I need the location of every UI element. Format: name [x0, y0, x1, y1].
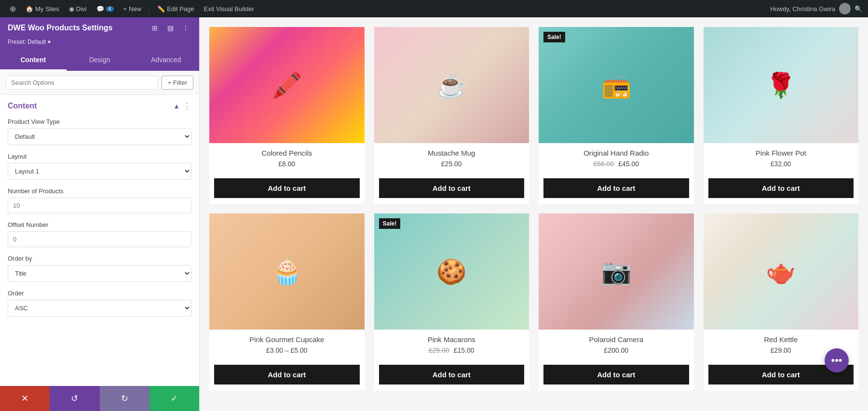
product-name: Colored Pencils [214, 149, 360, 157]
dots-icon: ••• [831, 354, 842, 367]
save-button[interactable]: ✓ [149, 386, 199, 411]
divi-item[interactable]: ◉ Divi [65, 0, 91, 17]
section-menu-icon[interactable]: ⋮ [183, 101, 191, 111]
original-price: £25.00 [429, 346, 449, 354]
sale-badge: Sale! [379, 218, 401, 229]
exit-builder-item[interactable]: Exit Visual Builder [200, 0, 258, 17]
order-by-label: Order by [8, 255, 191, 262]
product-price: £25.00 [379, 160, 525, 168]
pencil-icon: ✏️ [157, 5, 165, 13]
product-image-wrapper [209, 27, 365, 143]
layout-icon[interactable]: ▤ [164, 22, 176, 34]
edit-page-item[interactable]: ✏️ Edit Page [153, 0, 198, 17]
undo-button[interactable]: ↺ [50, 386, 99, 411]
product-price: £32.00 [708, 160, 854, 168]
order-select[interactable]: ASC DESC [8, 300, 191, 317]
dots-icon[interactable]: ⋮ [180, 22, 191, 34]
product-info: Pink Flower Pot £32.00 [704, 143, 859, 178]
product-info: Mustache Mug £25.00 [374, 143, 529, 178]
product-view-type-label: Product View Type [8, 118, 191, 125]
product-card: Pink Flower Pot £32.00 Add to cart [704, 27, 859, 204]
order-label: Order [8, 290, 191, 297]
search-input[interactable] [6, 76, 158, 90]
tab-advanced[interactable]: Advanced [133, 50, 199, 71]
product-image-wrapper [539, 213, 694, 330]
product-name: Pink Gourmet Cupcake [214, 335, 360, 344]
cancel-button[interactable]: ✕ [0, 386, 50, 411]
product-view-type-select[interactable]: Default Grid List [8, 128, 191, 145]
admin-bar-right: Howdy, Christina Gwira 🔍 [770, 3, 862, 14]
product-price: £25.00 £15.00 [379, 346, 525, 354]
layout-field: Layout Layout 1 Layout 2 Layout 3 [8, 153, 191, 180]
fab-button[interactable]: ••• [825, 348, 849, 372]
product-name: Polaroid Camera [543, 335, 689, 344]
grid-icon[interactable]: ⊞ [149, 22, 161, 34]
section-header: Content ▲ ⋮ [8, 101, 191, 111]
tab-content[interactable]: Content [0, 50, 67, 71]
section-title: Content [8, 102, 37, 110]
new-item[interactable]: + New [120, 0, 146, 17]
product-card: Mustache Mug £25.00 Add to cart [374, 27, 529, 204]
search-bar: + Filter [0, 71, 199, 95]
tabs: Content Design Advanced [0, 50, 199, 71]
number-of-products-input[interactable] [8, 198, 191, 213]
search-icon[interactable]: 🔍 [854, 5, 862, 13]
offset-number-field: Offset Number [8, 221, 191, 247]
product-image [209, 213, 365, 330]
product-price: £56.00 £45.00 [543, 160, 689, 168]
add-to-cart-button[interactable]: Add to cart [379, 365, 525, 384]
order-by-field: Order by Title Date Price Rating [8, 255, 191, 282]
product-card: Sale! Pink Macarons £25.00 £15.00 Add to… [374, 213, 529, 390]
offset-number-input[interactable] [8, 231, 191, 247]
wp-icon: ⊕ [10, 4, 16, 13]
product-image [704, 213, 859, 330]
sale-price: £15.00 [454, 346, 475, 354]
add-to-cart-button[interactable]: Add to cart [708, 178, 854, 198]
preset-bar[interactable]: Preset: Default ▾ [0, 39, 199, 50]
product-card: Polaroid Camera £200.00 Add to cart [539, 213, 694, 390]
add-to-cart-button[interactable]: Add to cart [214, 178, 360, 198]
add-to-cart-button[interactable]: Add to cart [543, 365, 689, 384]
my-sites-item[interactable]: 🏠 My Sites [22, 0, 63, 17]
filter-button[interactable]: + Filter [162, 76, 193, 90]
product-info: Colored Pencils £8.00 [209, 143, 365, 178]
preset-label: Preset: Default [8, 39, 46, 45]
product-image-wrapper [704, 213, 859, 330]
product-name: Original Hand Radio [543, 149, 689, 157]
layout-select[interactable]: Layout 1 Layout 2 Layout 3 [8, 163, 191, 180]
product-image [374, 27, 529, 143]
sale-price: £45.00 [618, 160, 639, 168]
product-card: Sale! Original Hand Radio £56.00 £45.00 … [539, 27, 694, 204]
chevron-up-icon[interactable]: ▲ [173, 102, 180, 110]
add-to-cart-button[interactable]: Add to cart [543, 178, 689, 198]
divi-icon: ◉ [69, 5, 74, 13]
product-price: £200.00 [543, 346, 689, 354]
product-image [209, 27, 365, 143]
layout-label: Layout [8, 153, 191, 160]
product-price: £8.00 [214, 160, 360, 168]
number-of-products-field: Number of Products [8, 187, 191, 213]
original-price: £56.00 [593, 160, 614, 168]
product-view-type-field: Product View Type Default Grid List [8, 118, 191, 145]
order-by-select[interactable]: Title Date Price Rating [8, 265, 191, 282]
main-layout: DWE Woo Products Settings ⊞ ▤ ⋮ Preset: … [0, 17, 868, 411]
product-image-wrapper: Sale! [374, 213, 529, 330]
speech-bubble-icon: 💬 [96, 5, 104, 13]
product-image-wrapper [209, 213, 365, 330]
offset-number-label: Offset Number [8, 221, 191, 228]
add-to-cart-button[interactable]: Add to cart [214, 365, 360, 384]
tab-design[interactable]: Design [67, 50, 133, 71]
action-bar: ✕ ↺ ↻ ✓ [0, 386, 199, 411]
comments-item[interactable]: 💬 4 [93, 0, 118, 17]
wp-logo-item[interactable]: ⊕ [6, 0, 20, 17]
separator [149, 5, 149, 13]
product-image [374, 213, 529, 330]
redo-button[interactable]: ↻ [100, 386, 149, 411]
user-greeting: Howdy, Christina Gwira [770, 5, 835, 13]
admin-bar: ⊕ 🏠 My Sites ◉ Divi 💬 4 + New ✏️ Edit Pa… [0, 0, 868, 17]
add-to-cart-button[interactable]: Add to cart [379, 178, 525, 198]
plus-icon: + [123, 5, 127, 13]
sidebar-title: DWE Woo Products Settings [8, 24, 112, 32]
sidebar-header: DWE Woo Products Settings ⊞ ▤ ⋮ [0, 17, 199, 39]
product-image [539, 27, 694, 143]
